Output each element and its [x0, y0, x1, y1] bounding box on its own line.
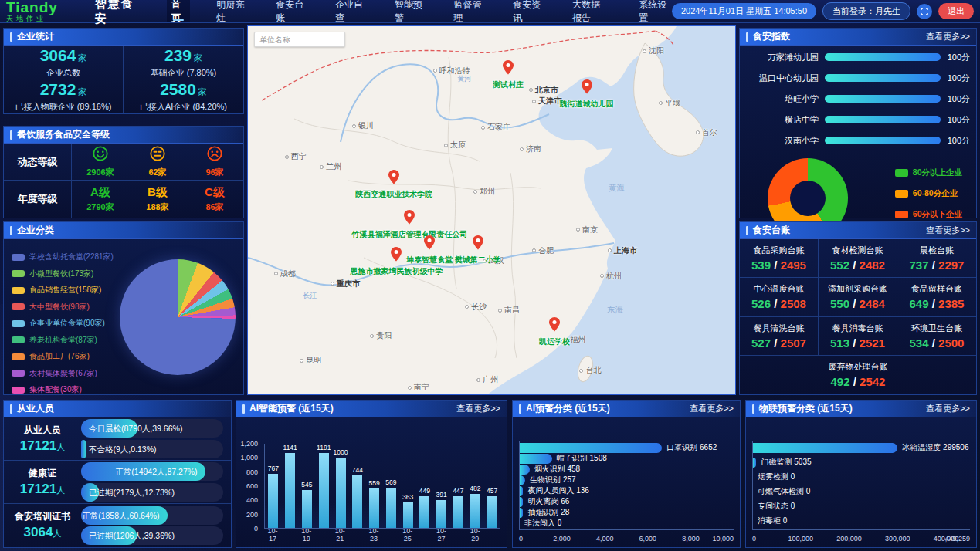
bar-column: 482: [466, 444, 483, 528]
map-city-南京: 南京: [576, 225, 598, 235]
legend-item[interactable]: 小微型餐饮(173家): [12, 269, 114, 279]
menu-item-大数据报告[interactable]: 大数据报告: [568, 0, 612, 22]
view-more-link[interactable]: 查看更多>>: [926, 225, 970, 236]
index-row: 温口中心幼儿园100分: [740, 69, 976, 87]
menu-item-食安资讯[interactable]: 食安资讯: [508, 0, 546, 22]
stat-cell: 2732家已接入物联企业 (89.16%): [4, 79, 124, 113]
legend-item[interactable]: 大中型餐饮(98家): [12, 302, 114, 313]
bar-row: 帽子识别 1508: [520, 453, 734, 464]
logout-button[interactable]: 退出: [938, 3, 974, 19]
legend-swatch: [12, 303, 25, 310]
legend-item[interactable]: 食品加工厂(76家): [12, 351, 114, 362]
index-bar-fill: [825, 53, 941, 61]
x-tick-label: 10-27: [433, 527, 450, 543]
map-marker-label: 樊城第二小学: [455, 255, 501, 265]
city-label: 天津市: [538, 96, 561, 106]
stat-cell: 2580家已接入AI企业 (84.20%): [124, 79, 243, 113]
china-map[interactable]: 沈阳呼和浩特北京市天津市平壤首尔银川石家庄太原济南西宁兰州郑州南京上海市合肥武汉…: [247, 25, 736, 395]
dashboard: Tiandy 天地伟业 智慧食安 首页明厨亮灶食安台账企业自查智能预警监督管理食…: [0, 0, 980, 551]
menu-item-明厨亮灶[interactable]: 明厨亮灶: [212, 0, 249, 22]
staff-bar: 正常(14942人,87.27%): [81, 462, 223, 481]
staff-group: 食安培训证书3064人正常(1858人,60.64%)已过期(1206人,39.…: [4, 504, 231, 547]
legend-item[interactable]: 农村集体聚餐(67家): [12, 368, 114, 379]
level-row: 年度等级A级2790家B级188家C级86家: [4, 181, 243, 218]
bar-column: 559: [366, 444, 383, 528]
city-dot: [659, 101, 663, 105]
level-count: 2906家: [86, 167, 114, 178]
bar: [419, 496, 429, 528]
level-count: 62家: [148, 167, 166, 178]
staff-bars: 今日晨检(8790人,39.66%)不合格(9人,0.13%): [81, 417, 231, 460]
bar-column: 1000: [332, 444, 349, 528]
index-label: 汉南小学: [746, 135, 819, 147]
x-tick-label: 10,000: [712, 535, 734, 543]
index-row: 万家滩幼儿园100分: [740, 48, 976, 66]
bar-row: 口罩识别 6652: [520, 442, 734, 453]
safety-level-body: 动态等级2906家62家96家年度等级A级2790家B级188家C级86家: [4, 144, 243, 218]
bar-row: 门磁监测 5035: [753, 457, 970, 468]
menu-item-食安台账[interactable]: 食安台账: [271, 0, 309, 22]
menu-item-首页[interactable]: 首页: [167, 0, 190, 22]
ledger-value: 534 / 2500: [910, 336, 965, 350]
view-more-link[interactable]: 查看更多>>: [926, 403, 970, 414]
food-index-bars: 万家滩幼儿园100分温口中心幼儿园100分培旺小学100分横店中学100分汉南小…: [740, 48, 976, 150]
menu-item-企业自查[interactable]: 企业自查: [331, 0, 368, 22]
search-input[interactable]: [254, 32, 345, 47]
ledger-label: 食品留样台账: [911, 283, 962, 295]
menu-item-监督管理[interactable]: 监督管理: [449, 0, 487, 22]
x-tick-label: 10-29: [466, 527, 483, 543]
legend-item[interactable]: 食品销售经营(158家): [12, 285, 114, 296]
ledger-label: 餐具消毒台账: [832, 323, 883, 334]
face-neutral-icon: [149, 145, 166, 165]
bar-column: 569: [382, 444, 399, 528]
ledger-label: 环境卫生台账: [911, 323, 962, 334]
legend-item[interactable]: 养老机构食堂(87家): [12, 335, 114, 346]
map-marker-pin[interactable]: [404, 210, 415, 228]
x-tick-label: 6,000: [639, 535, 657, 543]
view-more-link[interactable]: 查看更多>>: [926, 31, 970, 42]
panel-header: AI智能预警 (近15天) 查看更多>>: [236, 401, 507, 417]
index-label: 横店中学: [746, 114, 819, 126]
view-more-link[interactable]: 查看更多>>: [690, 403, 734, 414]
sea-label: 黄海: [609, 183, 625, 194]
legend-item[interactable]: 企事业单位食堂(90家): [12, 318, 114, 329]
x-tick-label: 449,259: [944, 535, 970, 543]
bar: [319, 453, 329, 528]
map-marker-pin[interactable]: [582, 79, 592, 97]
staff-bar-label: 不合格(9人,0.13%): [89, 440, 157, 458]
staff-bar: 已过期(1206人,39.36%): [81, 526, 223, 545]
bar-label: 口罩识别 6652: [666, 442, 717, 453]
bar: [487, 496, 497, 529]
x-tick-label: 10-21: [331, 527, 348, 543]
map-marker-pin[interactable]: [424, 235, 435, 253]
city-dot: [520, 147, 524, 151]
index-label: 培旺小学: [746, 93, 819, 105]
map-marker-pin[interactable]: [549, 317, 560, 335]
legend-label: 大中型餐饮(98家): [29, 302, 90, 313]
river-label: 长江: [303, 291, 317, 301]
stat-label: 基础企业 (7.80%): [151, 67, 217, 79]
fullscreen-button[interactable]: [917, 4, 932, 19]
bar: [453, 496, 463, 528]
menu-item-系统设置[interactable]: 系统设置: [634, 0, 672, 22]
river-label: 黄河: [457, 74, 471, 84]
view-more-link[interactable]: 查看更多>>: [456, 403, 500, 414]
map-marker-pin[interactable]: [388, 170, 399, 188]
legend-item[interactable]: 集体配餐(30家): [12, 384, 114, 395]
city-dot: [498, 309, 502, 313]
map-marker-pin[interactable]: [503, 60, 514, 78]
map-marker-pin[interactable]: [391, 247, 402, 265]
legend-item[interactable]: 学校含幼托食堂(2281家): [12, 252, 114, 262]
bar-row: 冰箱温湿度 299506: [753, 442, 970, 453]
map-marker-pin[interactable]: [473, 235, 483, 253]
index-row: 汉南小学100分: [740, 131, 976, 150]
grade-label: A级: [90, 185, 110, 200]
menu-item-智能预警[interactable]: 智能预警: [390, 0, 428, 22]
ledger-total: 2484: [860, 297, 885, 310]
legend-label: 集体配餐(30家): [29, 384, 82, 395]
staff-bar-label: 今日晨检(8790人,39.66%): [89, 419, 182, 438]
bar-row: 烟火识别 458: [520, 464, 734, 475]
stat-label: 企业总数: [46, 67, 80, 79]
panel-title: 企业分类: [10, 224, 54, 237]
city-dot: [608, 248, 612, 252]
